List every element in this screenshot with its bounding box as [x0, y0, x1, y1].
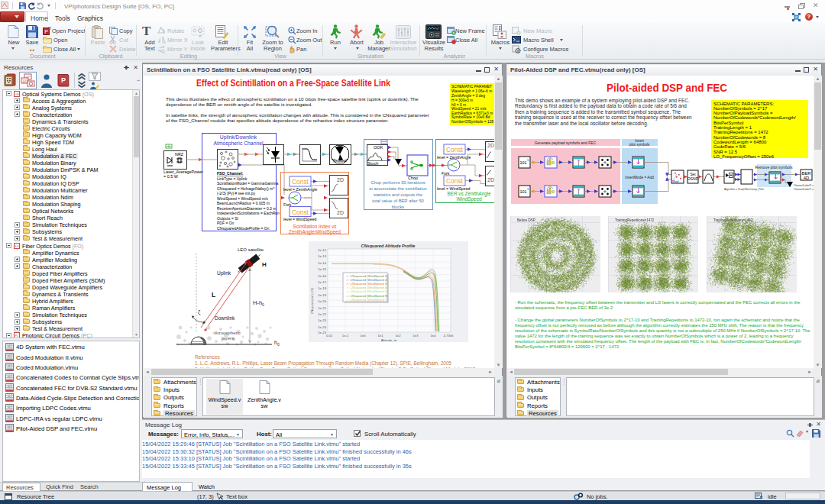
svg-text:InsertMode = Add: InsertMode = Add	[625, 176, 654, 179]
svg-text:LEO satellite: LEO satellite	[238, 247, 264, 252]
svg-text:L: L	[212, 291, 215, 299]
svg-text:pilot symbols: pilot symbols	[629, 143, 650, 147]
svg-text:2D: 2D	[337, 210, 344, 215]
svg-text:frequency offset is not perfec: frequency offset is not perfectly remove…	[515, 323, 804, 328]
svg-text:level = WindSpeed: level = WindSpeed	[437, 186, 471, 191]
svg-text:1e-23: 1e-23	[318, 318, 326, 322]
svg-text:2D: 2D	[487, 177, 494, 183]
svg-text:4.73e5: 4.73e5	[444, 334, 454, 338]
svg-text:ScintillationModel = GammaGamm: ScintillationModel = GammaGamma	[217, 181, 278, 186]
svg-text:1e0: 1e0	[361, 334, 367, 338]
svg-text:1e-18: 1e-18	[318, 286, 326, 290]
svg-text:BitsPerSymbol = 8*64800/4 = 12: BitsPerSymbol = 8*64800/4 = 129600 = 2^1…	[515, 344, 619, 349]
svg-text:TrainingRepetitions = 1472: TrainingRepetitions = 1472	[713, 130, 768, 134]
svg-text:-•- CNsquared (WindSpeed 7): -•- CNsquared (WindSpeed 7)	[346, 298, 388, 302]
svg-text:WindSpeed = 21 m/s: WindSpeed = 21 m/s	[451, 107, 487, 111]
svg-text:Downlink: Downlink	[215, 315, 235, 321]
svg-text:EarthRadius = 6371e3 m: EarthRadius = 6371e3 m	[451, 111, 493, 115]
svg-text:FSO_Channel:: FSO_Channel:	[217, 171, 244, 176]
svg-text:IndependentScintillations = Ea: IndependentScintillations = EachRun	[217, 211, 280, 215]
svg-text:References: References	[195, 354, 220, 360]
svg-text:ChannelLabelX =: ChannelLabelX =	[794, 184, 814, 187]
svg-text:simulated sequence from a pre-: simulated sequence from a pre-FEC BER of…	[515, 305, 613, 310]
svg-text:1e2: 1e2	[396, 334, 402, 338]
svg-text:1e-19: 1e-19	[318, 293, 326, 297]
svg-text:Effect of Scintillation on a F: Effect of Scintillation on a Free-Space …	[196, 77, 391, 89]
svg-text:1e3: 1e3	[413, 334, 419, 338]
svg-text:to accumulate the scintillatio: to accumulate the scintillation	[369, 186, 427, 191]
svg-text:LinkType = Uplink: LinkType = Uplink	[217, 176, 247, 181]
svg-text:ReceiverApertureDiameter = 0.3: ReceiverApertureDiameter = 0.3 m	[217, 206, 276, 211]
svg-text:NumberOfPayloadSymbols =: NumberOfPayloadSymbols =	[713, 111, 773, 115]
svg-text:WindSpeed = WindSpeed m/s: WindSpeed = WindSpeed m/s	[217, 196, 268, 201]
svg-text:OS: OS	[15, 92, 19, 95]
svg-text:P: P	[61, 76, 66, 84]
svg-text:blocks: blocks	[392, 205, 405, 209]
svg-text:Const: Const	[292, 178, 309, 186]
svg-text:NumberOfSymbols = 128: NumberOfSymbols = 128	[451, 120, 493, 124]
svg-text:OOK: OOK	[374, 145, 383, 150]
svg-text:total value of BER after 50: total value of BER after 50	[372, 199, 424, 203]
svg-text:- Change the global parameters: - Change the global parameters NumberOfS…	[515, 318, 801, 322]
svg-text:SCHEMATIC PARAMETERS:: SCHEMATIC PARAMETERS:	[713, 102, 774, 106]
svg-text:1e-15: 1e-15	[318, 267, 326, 271]
svg-text:CNsquaredAltitudeProfile = On: CNsquaredAltitudeProfile = On	[217, 226, 270, 231]
svg-text:RecIdeal: RecIdeal	[333, 159, 347, 163]
svg-text:(-2/3) [Py] # see init.py: (-2/3) [Py] # see init.py	[217, 191, 256, 195]
svg-text:ZenithAngle/WindSpeed: ZenithAngle/WindSpeed	[289, 229, 341, 235]
svg-text:Chop performs 50 iterations: Chop performs 50 iterations	[370, 180, 425, 185]
svg-text:LO_FrequencyOffset = 250e6: LO_FrequencyOffset = 250e6	[713, 154, 775, 159]
svg-text:Generate payload symbols and F: Generate payload symbols and FEC	[535, 141, 597, 145]
svg-text:ZenithAngle = 0 deg: ZenithAngle = 0 deg	[451, 94, 485, 98]
svg-text:Fork: Fork	[442, 171, 450, 176]
svg-text:PC: PC	[15, 334, 19, 338]
svg-text:FO: FO	[15, 244, 19, 247]
svg-text:H = 300e3 m: H = 300e3 m	[451, 99, 473, 102]
svg-text:H-h0: H-h0	[253, 299, 264, 307]
svg-text:dependence of the BER on zenit: dependence of the BER on zenith angle of…	[166, 102, 312, 107]
svg-text:1e-24: 1e-24	[318, 325, 326, 329]
svg-text:NRZ: NRZ	[175, 152, 184, 157]
svg-text:NumberOfCodewords*CodewordLeng: NumberOfCodewords*CodewordLength/	[713, 115, 796, 120]
svg-text:In satellite links, the streng: In satellite links, the strength of atmo…	[166, 112, 429, 118]
svg-text:This demo illustrates the effe: This demo illustrates the effect of atmo…	[166, 96, 419, 102]
svg-text:of the FSO_Channel module that: of the FSO_Channel module that specifies…	[166, 118, 389, 123]
svg-text:Mod: Mod	[672, 179, 679, 183]
svg-text:CNsquared Altitude Profile: CNsquared Altitude Profile	[361, 244, 416, 248]
svg-text:1e-17: 1e-17	[318, 280, 326, 284]
svg-text:TrainingLength = 1: TrainingLength = 1	[713, 125, 752, 130]
svg-text:1e-22: 1e-22	[318, 312, 326, 316]
svg-text:101: 101	[520, 160, 527, 165]
svg-text:Algorithm = FreqOffsetComp_Pil: Algorithm = FreqOffsetComp_Pilot	[724, 188, 764, 191]
svg-text:OSNR: OSNR	[688, 177, 698, 181]
svg-text:2D: 2D	[487, 143, 494, 148]
svg-text:P: P	[44, 29, 48, 34]
svg-text:H: H	[262, 261, 267, 268]
svg-text:Fork: Fork	[283, 202, 292, 207]
svg-text:Altitude, m: Altitude, m	[381, 338, 397, 342]
svg-text:Const: Const	[446, 146, 464, 153]
svg-text:SymbolRate = 10e9 Bd: SymbolRate = 10e9 Bd	[451, 115, 490, 119]
svg-text:layers: layers	[222, 335, 235, 341]
svg-text:Atmospheric Channel: Atmospheric Channel	[214, 141, 264, 147]
svg-text:h0: h0	[274, 340, 280, 347]
svg-text:Uplink/Downlink: Uplink/Downlink	[220, 134, 257, 141]
svg-text:Uplink: Uplink	[217, 270, 231, 276]
svg-text:Outputs = SI: Outputs = SI	[217, 216, 238, 221]
svg-text:Wavelength = 1.06e-6 m: Wavelength = 1.06e-6 m	[451, 89, 492, 93]
svg-text:Const: Const	[446, 177, 464, 185]
svg-text:NumberOfCodewords = 8: NumberOfCodewords = 8	[713, 135, 766, 140]
svg-text:CNsquared = HufnagelValley() m: CNsquared = HufnagelValley() m^	[217, 186, 275, 191]
svg-text:SCHEMATIC PARAMET: SCHEMATIC PARAMET	[451, 85, 492, 89]
svg-text:CNsquared,m^(-2/3): CNsquared,m^(-2/3)	[311, 287, 314, 314]
svg-text:SNR = 12.5: SNR = 12.5	[713, 150, 738, 154]
svg-text:Remove pilot symbols: Remove pilot symbols	[755, 165, 793, 170]
svg-text:Set: Set	[690, 173, 696, 176]
svg-text:level = WindSpeed: level = WindSpeed	[283, 217, 317, 221]
svg-text:1e-12: 1e-12	[318, 248, 326, 252]
svg-text:Const: Const	[292, 208, 309, 216]
svg-text:1e-1: 1e-1	[342, 334, 349, 338]
svg-text:0.01: 0.01	[326, 334, 333, 338]
svg-text:resolution of the schematic is: resolution of the schematic is SymbolRat…	[515, 328, 810, 333]
svg-text:the transmitter laser and the: the transmitter laser and the local osci…	[515, 121, 649, 127]
